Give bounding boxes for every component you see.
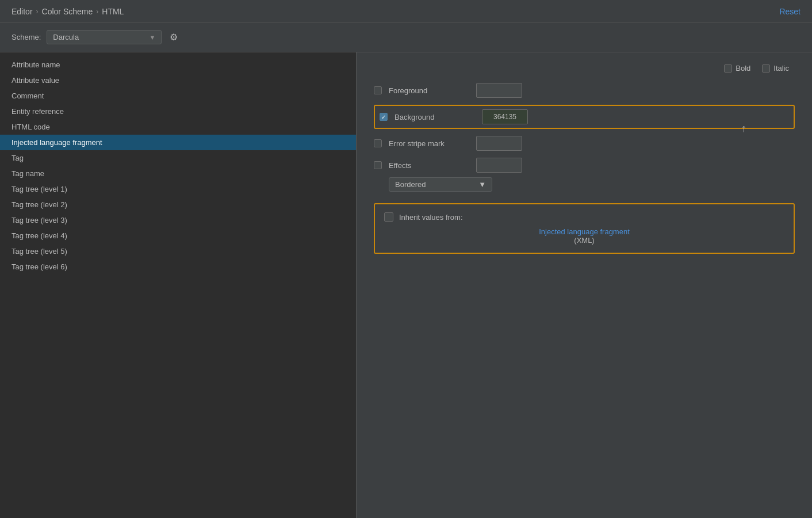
background-checkbox[interactable] <box>380 113 388 121</box>
bold-checkbox[interactable] <box>724 64 732 73</box>
list-item[interactable]: Tag tree (level 1) <box>0 181 356 197</box>
inherit-row: Inherit values from: <box>384 212 784 222</box>
error-stripe-color-swatch[interactable] <box>476 136 522 151</box>
background-row: Background 364135 ↑ <box>374 105 795 129</box>
inherit-link[interactable]: Injected language fragment <box>384 227 784 236</box>
breadcrumb-sep-1: › <box>36 7 39 16</box>
foreground-row: Foreground <box>374 83 795 98</box>
list-item[interactable]: Tag tree (level 6) <box>0 259 356 275</box>
effects-checkbox[interactable] <box>374 161 382 169</box>
breadcrumb-color-scheme: Color Scheme <box>42 7 93 16</box>
list-item[interactable]: Attribute name <box>0 57 356 73</box>
list-item[interactable]: Injected language fragment <box>0 135 356 150</box>
top-bar: Editor › Color Scheme › HTML Reset <box>0 0 812 22</box>
effects-label: Effects <box>389 161 469 170</box>
bold-checkbox-label[interactable]: Bold <box>724 64 750 73</box>
inherit-label: Inherit values from: <box>399 213 463 222</box>
error-stripe-label: Error stripe mark <box>389 139 469 148</box>
gear-button[interactable]: ⚙ <box>167 29 180 45</box>
inherit-box: Inherit values from: Injected language f… <box>374 203 795 254</box>
cursor-icon: ↑ <box>741 123 746 135</box>
foreground-color-swatch[interactable] <box>476 83 522 98</box>
error-stripe-checkbox[interactable] <box>374 139 382 147</box>
list-item[interactable]: Comment <box>0 88 356 104</box>
breadcrumb: Editor › Color Scheme › HTML <box>12 7 124 16</box>
scheme-value: Darcula <box>53 33 79 41</box>
inherit-checkbox[interactable] <box>384 212 393 222</box>
format-row: Bold Italic <box>374 64 795 73</box>
background-label: Background <box>394 113 475 121</box>
list-item[interactable]: Entity reference <box>0 104 356 119</box>
inherit-sub: (XML) <box>384 236 784 245</box>
list-item[interactable]: Tag tree (level 2) <box>0 197 356 212</box>
effects-dropdown-row: Bordered ▼ <box>374 177 795 192</box>
scheme-row: Scheme: Darcula ▼ ⚙ <box>0 22 812 52</box>
breadcrumb-html: HTML <box>102 7 124 16</box>
italic-checkbox-label[interactable]: Italic <box>762 64 789 73</box>
reset-button[interactable]: Reset <box>779 7 800 16</box>
list-item[interactable]: Tag <box>0 150 356 166</box>
breadcrumb-sep-2: › <box>96 7 98 16</box>
gear-icon: ⚙ <box>170 32 178 42</box>
effects-dropdown-arrow: ▼ <box>478 180 486 189</box>
background-color-value: 364135 <box>493 113 516 121</box>
list-item[interactable]: HTML code <box>0 119 356 135</box>
scheme-dropdown[interactable]: Darcula ▼ <box>47 30 162 44</box>
error-stripe-row: Error stripe mark <box>374 136 795 151</box>
foreground-label: Foreground <box>389 86 469 95</box>
list-item[interactable]: Tag tree (level 4) <box>0 228 356 243</box>
main-content: Attribute nameAttribute valueCommentEnti… <box>0 52 812 518</box>
effects-dropdown[interactable]: Bordered ▼ <box>389 177 492 192</box>
right-panel: Bold Italic Foreground Background 364135… <box>357 52 812 518</box>
scheme-label: Scheme: <box>12 33 41 41</box>
list-item[interactable]: Tag name <box>0 166 356 181</box>
effects-row: Effects <box>374 158 795 173</box>
bold-label: Bold <box>736 64 750 73</box>
effects-color-swatch[interactable] <box>476 158 522 173</box>
foreground-checkbox[interactable] <box>374 86 382 94</box>
italic-checkbox[interactable] <box>762 64 770 73</box>
background-color-swatch[interactable]: 364135 <box>482 109 528 124</box>
scheme-dropdown-arrow: ▼ <box>149 34 155 41</box>
list-item[interactable]: Tag tree (level 5) <box>0 243 356 259</box>
breadcrumb-editor: Editor <box>12 7 33 16</box>
effects-dropdown-value: Bordered <box>395 180 426 189</box>
list-item[interactable]: Tag tree (level 3) <box>0 212 356 228</box>
italic-label: Italic <box>773 64 789 73</box>
items-list: Attribute nameAttribute valueCommentEnti… <box>0 52 357 518</box>
list-item[interactable]: Attribute value <box>0 73 356 88</box>
